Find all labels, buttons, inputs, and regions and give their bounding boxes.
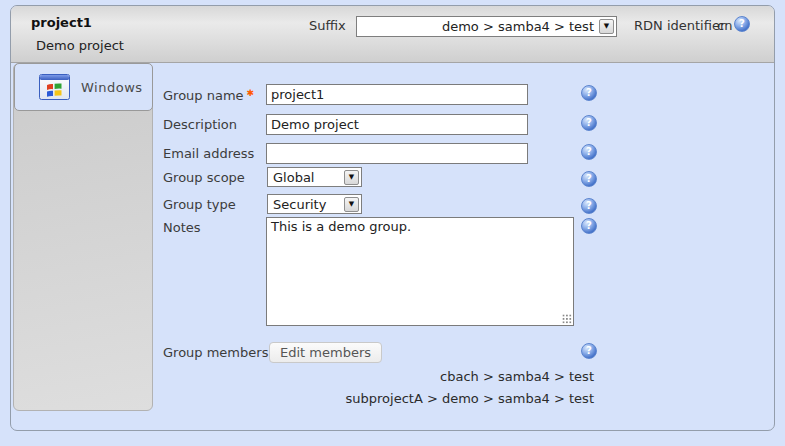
description-label: Description [163,117,237,132]
tab-windows-label: Windows [81,80,143,95]
group-member-list: cbach > samba4 > test subprojectA > demo… [163,366,594,410]
help-icon[interactable]: ? [581,115,597,131]
suffix-label: Suffix [309,18,346,33]
list-item: cbach > samba4 > test [163,366,594,388]
chevron-down-icon[interactable]: ▼ [344,197,359,212]
help-icon[interactable]: ? [581,343,597,359]
group-name-input[interactable] [266,84,528,105]
email-address-label: Email address [163,146,254,161]
notes-textarea[interactable]: This is a demo group. [266,217,574,326]
chevron-down-icon[interactable]: ▼ [344,170,359,185]
description-input[interactable] [266,114,528,135]
group-type-value: Security [268,197,344,212]
notes-label: Notes [163,220,201,235]
help-icon[interactable]: ? [581,198,597,214]
tab-windows[interactable]: Windows [14,63,153,111]
group-type-select[interactable]: Security ▼ [267,194,362,214]
group-name-label: Group name✱ [163,88,254,103]
required-icon: ✱ [247,88,255,98]
help-icon[interactable]: ? [581,218,597,234]
help-icon[interactable]: ? [581,144,597,160]
rdn-identifier-label: RDN identifier [634,18,725,33]
group-scope-select[interactable]: Global ▼ [267,167,362,187]
email-address-input[interactable] [266,143,528,164]
windows-logo-icon [39,74,70,100]
page: { "window": { "title": "project1", "subt… [0,0,785,446]
group-members-label: Group members [163,345,268,360]
account-edit-window: project1 Demo project Suffix demo > samb… [10,5,775,431]
list-item: subprojectA > demo > samba4 > test [163,388,594,410]
edit-members-button[interactable]: Edit members [269,342,382,363]
suffix-select-value: demo > samba4 > test [357,19,599,34]
help-icon[interactable]: ? [734,16,750,32]
page-subtitle: Demo project [36,38,124,53]
titlebar: project1 Demo project Suffix demo > samb… [11,6,774,63]
suffix-select[interactable]: demo > samba4 > test ▼ [356,16,617,37]
help-icon[interactable]: ? [581,171,597,187]
rdn-identifier-value: cn [717,18,732,33]
module-tab-list [13,63,153,411]
page-title: project1 [31,15,92,30]
group-type-label: Group type [163,197,236,212]
group-scope-label: Group scope [163,170,245,185]
chevron-down-icon[interactable]: ▼ [599,19,614,34]
group-scope-value: Global [268,170,344,185]
help-icon[interactable]: ? [581,85,597,101]
resize-grip-icon[interactable] [562,314,572,324]
